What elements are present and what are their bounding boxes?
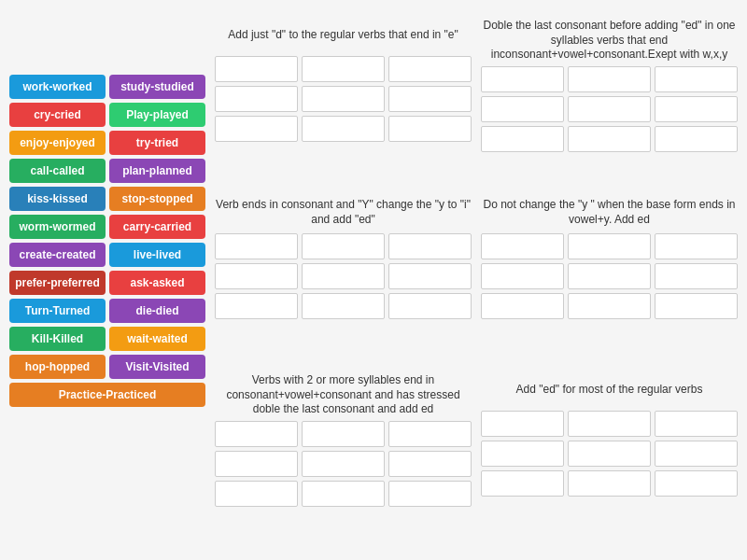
word-row: work-workedstudy-studied bbox=[9, 75, 205, 99]
drop-cell[interactable] bbox=[302, 116, 385, 142]
word-tag[interactable]: wait-waited bbox=[109, 327, 205, 351]
word-tag[interactable]: die-died bbox=[109, 299, 205, 323]
drop-cell[interactable] bbox=[568, 96, 651, 122]
drop-cell[interactable] bbox=[481, 126, 564, 152]
word-tag[interactable]: live-lived bbox=[109, 243, 205, 267]
word-tag[interactable]: enjoy-enjoyed bbox=[9, 131, 106, 155]
word-tag[interactable]: prefer-preferred bbox=[9, 271, 106, 295]
drop-cell[interactable] bbox=[388, 86, 472, 112]
drop-cell[interactable] bbox=[655, 66, 738, 92]
word-tag[interactable]: Visit-Visited bbox=[109, 355, 205, 379]
section-title-vowel-y: Do not change the "y " when the base for… bbox=[481, 196, 738, 230]
drop-cell[interactable] bbox=[302, 263, 385, 289]
drop-cell[interactable] bbox=[215, 481, 298, 507]
drop-cell[interactable] bbox=[481, 293, 564, 319]
drop-cell[interactable] bbox=[302, 451, 385, 477]
section-add-ed: Add "ed" for most of the regular verbs bbox=[481, 373, 738, 541]
drop-cell[interactable] bbox=[388, 233, 472, 259]
drop-cell[interactable] bbox=[388, 451, 472, 477]
drop-cell[interactable] bbox=[302, 56, 385, 82]
drop-cell[interactable] bbox=[568, 233, 651, 259]
word-tag[interactable]: carry-carried bbox=[109, 215, 205, 239]
word-tag[interactable]: Kill-Killed bbox=[9, 327, 106, 351]
word-row: create-createdlive-lived bbox=[9, 243, 205, 267]
drop-cell[interactable] bbox=[215, 86, 298, 112]
main-container: work-workedstudy-studiedcry-criedPlay-pl… bbox=[0, 0, 747, 560]
drop-cell[interactable] bbox=[655, 293, 738, 319]
drop-cell[interactable] bbox=[655, 126, 738, 152]
drop-cell[interactable] bbox=[655, 470, 738, 497]
word-tag[interactable]: plan-planned bbox=[109, 159, 205, 183]
word-tag[interactable]: ask-asked bbox=[109, 271, 205, 295]
drop-cell[interactable] bbox=[215, 233, 298, 259]
drop-cell[interactable] bbox=[388, 263, 472, 289]
section-title-y-to-i: Verb ends in consonant and "Y" change th… bbox=[215, 196, 472, 230]
drop-cell[interactable] bbox=[481, 96, 564, 122]
drop-cell[interactable] bbox=[388, 481, 472, 507]
drop-cell[interactable] bbox=[215, 116, 298, 142]
section-vowel-y: Do not change the "y " when the base for… bbox=[481, 196, 738, 364]
word-row: prefer-preferredask-asked bbox=[9, 271, 205, 295]
drop-cell[interactable] bbox=[388, 421, 472, 447]
drop-cell[interactable] bbox=[302, 481, 385, 507]
word-tag[interactable]: work-worked bbox=[9, 75, 106, 99]
drop-cell[interactable] bbox=[302, 421, 385, 447]
drop-cell[interactable] bbox=[481, 470, 564, 497]
word-row: call-calledplan-planned bbox=[9, 159, 205, 183]
drop-cell[interactable] bbox=[481, 66, 564, 92]
drop-cell[interactable] bbox=[302, 86, 385, 112]
drop-cell[interactable] bbox=[568, 263, 651, 289]
word-tag[interactable]: kiss-kissed bbox=[9, 187, 106, 211]
drop-cell[interactable] bbox=[568, 66, 651, 92]
drop-cell[interactable] bbox=[388, 56, 472, 82]
word-row: enjoy-enjoyedtry-tried bbox=[9, 131, 205, 155]
drop-grid-add-d bbox=[215, 56, 472, 187]
drop-cell[interactable] bbox=[388, 293, 472, 319]
drop-cell[interactable] bbox=[215, 263, 298, 289]
drop-cell[interactable] bbox=[655, 411, 738, 437]
drop-cell[interactable] bbox=[481, 411, 564, 437]
drop-cell[interactable] bbox=[215, 421, 298, 447]
drop-grid-multi-syllable bbox=[215, 421, 472, 541]
word-tag[interactable]: worm-wormed bbox=[9, 215, 106, 239]
word-row: worm-wormedcarry-carried bbox=[9, 215, 205, 239]
word-row: Turn-Turneddie-died bbox=[9, 299, 205, 323]
drop-cell[interactable] bbox=[568, 293, 651, 319]
drop-cell[interactable] bbox=[655, 263, 738, 289]
drop-cell[interactable] bbox=[481, 233, 564, 259]
word-tag[interactable]: create-created bbox=[9, 243, 106, 267]
drop-cell[interactable] bbox=[568, 126, 651, 152]
drop-grid-add-ed bbox=[481, 411, 738, 541]
word-row: cry-criedPlay-played bbox=[9, 103, 205, 127]
drop-cell[interactable] bbox=[568, 441, 651, 467]
drop-cell[interactable] bbox=[481, 441, 564, 467]
word-tag[interactable]: Play-played bbox=[109, 103, 205, 127]
word-tag[interactable]: call-called bbox=[9, 159, 106, 183]
drop-cell[interactable] bbox=[215, 56, 298, 82]
word-tag[interactable]: stop-stopped bbox=[109, 187, 205, 211]
word-tag[interactable]: hop-hopped bbox=[9, 355, 106, 379]
word-tag[interactable]: study-studied bbox=[109, 75, 205, 99]
word-tag[interactable]: Practice-Practiced bbox=[9, 383, 205, 407]
drop-cell[interactable] bbox=[302, 293, 385, 319]
word-row: hop-hoppedVisit-Visited bbox=[9, 355, 205, 379]
drop-cell[interactable] bbox=[388, 116, 472, 142]
drop-cell[interactable] bbox=[215, 293, 298, 319]
section-title-multi-syllable: Verbs with 2 or more syllables end in co… bbox=[215, 373, 472, 417]
drop-cell[interactable] bbox=[568, 411, 651, 437]
word-row: Kill-Killedwait-waited bbox=[9, 327, 205, 351]
drop-cell[interactable] bbox=[481, 263, 564, 289]
word-row: Practice-Practiced bbox=[9, 383, 205, 407]
drop-cell[interactable] bbox=[655, 233, 738, 259]
word-row: kiss-kissedstop-stopped bbox=[9, 187, 205, 211]
section-double-consonant: Doble the last consonant before adding "… bbox=[481, 19, 738, 187]
drop-grid-double-consonant bbox=[481, 66, 738, 187]
word-tag[interactable]: cry-cried bbox=[9, 103, 106, 127]
drop-cell[interactable] bbox=[302, 233, 385, 259]
drop-cell[interactable] bbox=[655, 441, 738, 467]
word-tag[interactable]: Turn-Turned bbox=[9, 299, 106, 323]
drop-cell[interactable] bbox=[568, 470, 651, 497]
drop-cell[interactable] bbox=[215, 451, 298, 477]
word-tag[interactable]: try-tried bbox=[109, 131, 205, 155]
drop-cell[interactable] bbox=[655, 96, 738, 122]
